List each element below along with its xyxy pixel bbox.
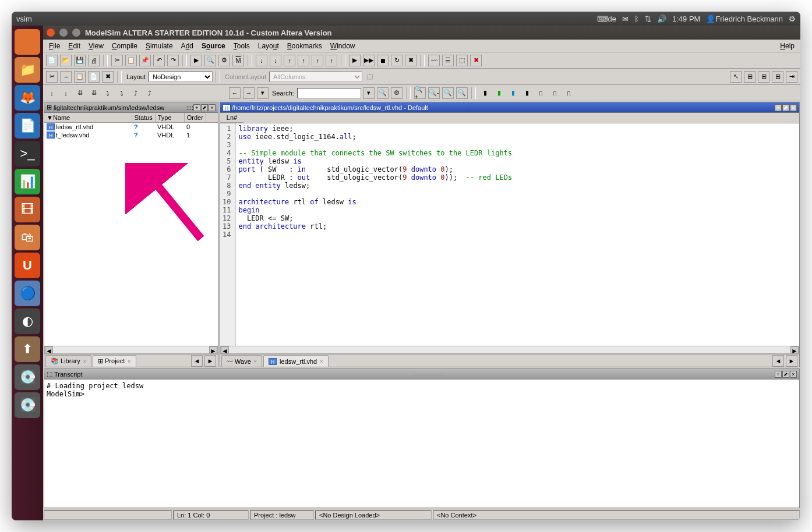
source-editor[interactable]: 1234567891011121314 library ieee;use iee… (220, 123, 799, 346)
arrow-button[interactable]: → (60, 71, 72, 83)
undo-button[interactable]: ↶ (153, 55, 165, 66)
src-panel-max-button[interactable]: + (775, 104, 782, 111)
m-button[interactable]: M (232, 55, 244, 66)
col-order[interactable]: Order (184, 113, 206, 122)
eclipse-icon[interactable]: ◐ (15, 308, 40, 334)
x-button[interactable]: ✖ (470, 55, 482, 66)
search-prev-button[interactable]: ← (229, 87, 241, 99)
wave1-button[interactable]: ▮ (479, 87, 491, 99)
maximize-window-button[interactable] (72, 29, 80, 37)
menu-tools[interactable]: Tools (230, 41, 253, 51)
del-button[interactable]: ✖ (102, 71, 114, 83)
tab-ledsw_rtl.vhd[interactable]: H ledsw_rtl.vhd × (263, 355, 328, 367)
zoomin-button[interactable]: 🔍+ (414, 87, 426, 99)
col-status[interactable]: Status (132, 113, 155, 122)
menu-source[interactable]: Source (198, 41, 229, 51)
open-button[interactable]: 📂 (60, 55, 72, 66)
layout-select[interactable]: NoDesign (149, 72, 213, 82)
step-button[interactable]: ↓ (256, 55, 267, 66)
columnlayout-select[interactable]: AllColumns (269, 72, 362, 82)
tool-button[interactable]: ⚙ (218, 55, 230, 66)
sig1-button[interactable]: ↓ (46, 87, 58, 99)
sig4-button[interactable]: ⇊ (88, 87, 100, 99)
writer-icon[interactable]: 📄 (15, 113, 40, 139)
impress-icon[interactable]: 🎞 (15, 197, 40, 222)
tr-panel-close-button[interactable]: × (790, 371, 797, 378)
firefox-icon[interactable]: 🦊 (15, 85, 40, 111)
cut-button[interactable]: ✂ (111, 55, 123, 66)
cursor-button[interactable]: ↖ (730, 71, 742, 83)
save-button[interactable]: 💾 (74, 55, 86, 66)
runall-button[interactable]: ▶▶ (363, 55, 375, 66)
proc-button[interactable]: ⬚ (456, 55, 468, 66)
cut2-button[interactable]: ✂ (46, 71, 58, 83)
dash-icon[interactable] (15, 29, 40, 55)
copy2-button[interactable]: 📋 (74, 71, 86, 83)
search-opt-button[interactable]: ▾ (257, 87, 269, 99)
wave7-button[interactable]: ⎍ (563, 87, 575, 99)
wave6-button[interactable]: ⎍ (549, 87, 561, 99)
panel-max-button[interactable]: + (193, 104, 200, 111)
menu-edit[interactable]: Edit (65, 41, 84, 51)
col-btn[interactable]: ⬚ (364, 71, 376, 83)
menu-compile[interactable]: Compile (108, 41, 141, 51)
menu-layout[interactable]: Layout (255, 41, 283, 51)
tr-panel-undock-button[interactable]: ⬈ (782, 371, 789, 378)
step6-button[interactable]: ↑ (326, 55, 337, 66)
zoom3-button[interactable]: ⊞ (772, 71, 783, 83)
search-go-button[interactable]: 🔍 (377, 87, 389, 99)
tab-project[interactable]: ⊞ Project × (93, 355, 136, 367)
redo-button[interactable]: ↷ (167, 55, 179, 66)
paste-button[interactable]: 📌 (139, 55, 151, 66)
menu-file[interactable]: File (45, 41, 63, 51)
step2-button[interactable]: ↓ (270, 55, 281, 66)
zoomout-button[interactable]: 🔍- (428, 87, 440, 99)
network-icon[interactable]: ⇅ (645, 15, 651, 23)
sig3-button[interactable]: ⇊ (74, 87, 86, 99)
col-type[interactable]: Type (155, 113, 184, 122)
zoomfull-button[interactable]: 🔍 (456, 87, 468, 99)
wave2-button[interactable]: ▮ (493, 87, 505, 99)
new-button[interactable]: 📄 (46, 55, 58, 66)
zoom2-button[interactable]: ⊞ (758, 71, 769, 83)
sig7-button[interactable]: ⤴ (130, 87, 142, 99)
panel-undock-button[interactable]: ⬈ (201, 104, 208, 111)
tab-library[interactable]: 📚 Library × (45, 355, 91, 367)
paste2-button[interactable]: 📄 (88, 71, 100, 83)
find-button[interactable]: 🔍 (204, 55, 216, 66)
wave3-button[interactable]: ▮ (507, 87, 519, 99)
src-panel-undock-button[interactable]: ⬈ (782, 104, 789, 111)
menu-add[interactable]: Add (178, 41, 197, 51)
table-row[interactable]: Ht_ledsw.vhd?VHDL1 (44, 131, 218, 139)
volume-icon[interactable]: 🔊 (657, 15, 666, 23)
bluetooth-icon[interactable]: ᛒ (634, 15, 639, 23)
stop-button[interactable]: ✖ (405, 55, 416, 66)
restart-button[interactable]: ↻ (391, 55, 403, 66)
sig6-button[interactable]: ⤵ (116, 87, 128, 99)
search-input[interactable] (297, 88, 361, 98)
close-window-button[interactable] (47, 29, 55, 37)
step4-button[interactable]: ↑ (298, 55, 309, 66)
break-button[interactable]: ⏹ (377, 55, 389, 66)
project-hscroll[interactable]: ◄► (44, 346, 218, 354)
keyboard-indicator[interactable]: ⌨ de (597, 15, 616, 23)
sig5-button[interactable]: ⤵ (102, 87, 114, 99)
files-icon[interactable]: 📁 (15, 57, 40, 83)
sig2-button[interactable]: ↓ (60, 87, 72, 99)
mail-icon[interactable]: ✉ (622, 15, 629, 23)
wave-button[interactable]: 〰 (428, 55, 440, 66)
clock[interactable]: 1:49 PM (672, 15, 700, 23)
copy-button[interactable]: 📋 (125, 55, 137, 66)
search-clear-button[interactable]: ▾ (363, 87, 375, 99)
update-icon[interactable]: ⬆ (15, 336, 40, 362)
menu-view[interactable]: View (85, 41, 107, 51)
source-hscroll[interactable]: ◄► (220, 346, 799, 354)
src-panel-close-button[interactable]: × (790, 104, 797, 111)
zoom-button[interactable]: ⊞ (744, 71, 755, 83)
compile-button[interactable]: ▶ (190, 55, 202, 66)
user-menu[interactable]: 👤 Friedrich Beckmann (706, 15, 783, 23)
step5-button[interactable]: ↑ (312, 55, 323, 66)
print-button[interactable]: 🖨 (88, 55, 100, 66)
col-name[interactable]: ▼Name (44, 113, 132, 122)
menu-bookmarks[interactable]: Bookmarks (284, 41, 326, 51)
